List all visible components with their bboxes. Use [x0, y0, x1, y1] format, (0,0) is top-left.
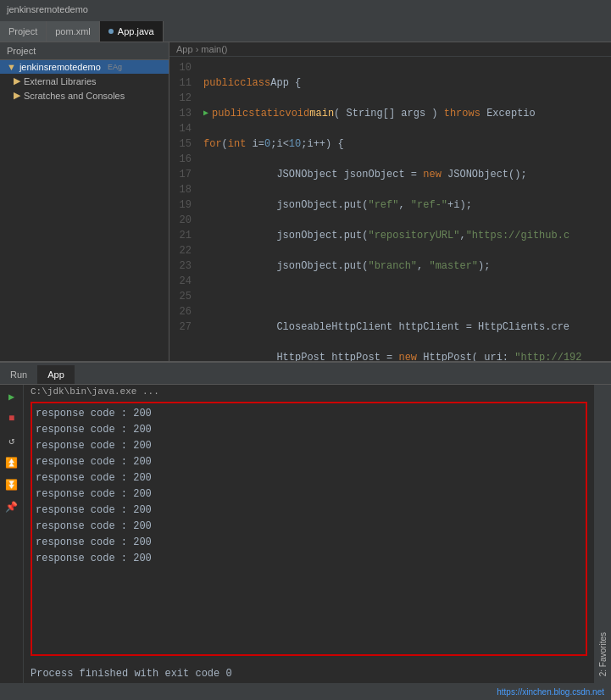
- folder-icon-scratches: ▶: [14, 90, 20, 101]
- tab-project[interactable]: Project: [0, 21, 47, 42]
- sidebar-item-external-libraries[interactable]: ▶ External Libraries: [0, 74, 169, 88]
- output-line-4: response code : 200: [36, 455, 582, 469]
- sidebar-header-label: Project: [7, 46, 36, 56]
- run-command: C:\jdk\bin\java.exe ...: [24, 385, 594, 398]
- output-line-3: response code : 200: [36, 439, 582, 453]
- sidebar-header: Project: [0, 42, 169, 60]
- code-line-15: jsonObject.put("repositoryURL","https://…: [203, 228, 604, 243]
- run-output: C:\jdk\bin\java.exe ... response code : …: [24, 385, 594, 683]
- bottom-panel: Run App ▶ ■ ↺ ⏫ ⏬ 📌 C:\jdk\bin\java.exe …: [0, 361, 611, 683]
- pin-button[interactable]: 📌: [3, 498, 20, 515]
- tab-run[interactable]: Run: [0, 365, 37, 384]
- code-line-16: jsonObject.put("branch", "master");: [203, 258, 604, 274]
- tab-project-label: Project: [8, 26, 37, 36]
- code-view[interactable]: 10 11 12 13 14 15 16 17 18 19 20 21 22 2…: [169, 57, 611, 361]
- tab-appjava[interactable]: App.java: [100, 21, 164, 42]
- tab-pomxml-label: pom.xml: [55, 26, 91, 36]
- output-area: response code : 200 response code : 200 …: [24, 398, 594, 664]
- code-line-12: for(int i=0;i<10;i++) {: [203, 136, 604, 152]
- favorites-tab[interactable]: 2: Favorites: [598, 632, 608, 676]
- project-label: jenkinsremotedemo: [19, 62, 101, 72]
- bottom-content: ▶ ■ ↺ ⏫ ⏬ 📌 C:\jdk\bin\java.exe ... resp…: [0, 385, 611, 683]
- output-box: response code : 200 response code : 200 …: [31, 402, 587, 656]
- output-line-10: response code : 200: [36, 552, 582, 566]
- tab-appjava-label: App.java: [118, 26, 154, 36]
- code-line-18: CloseableHttpClient httpClient = HttpCli…: [203, 319, 604, 335]
- status-url: https://xinchen.blog.csdn.net: [497, 687, 604, 697]
- main-area: Project ▼ jenkinsremotedemo EAg ▶ Extern…: [0, 42, 611, 361]
- run-controls: ▶ ■ ↺ ⏫ ⏬ 📌: [0, 385, 24, 683]
- tab-app-label: App: [47, 369, 64, 380]
- line-numbers: 10 11 12 13 14 15 16 17 18 19 20 21 22 2…: [169, 57, 197, 361]
- app-title: jenkinsremotedemo: [7, 4, 88, 14]
- tab-bar: Project pom.xml App.java: [0, 19, 611, 42]
- sidebar: Project ▼ jenkinsremotedemo EAg ▶ Extern…: [0, 42, 169, 361]
- project-tag: EAg: [108, 63, 122, 71]
- output-line-5: response code : 200: [36, 471, 582, 486]
- code-line-14: jsonObject.put("ref", "ref-"+i);: [203, 197, 604, 213]
- code-line-19: HttpPost httpPost = new HttpPost( uri: "…: [203, 350, 604, 361]
- vertical-tabs-panel: 2: Favorites: [594, 385, 611, 683]
- code-line-13: JSONObject jsonObject = new JSONObject()…: [203, 167, 604, 182]
- tab-app[interactable]: App: [37, 365, 75, 384]
- code-line-17: [203, 289, 604, 304]
- stop-button[interactable]: ■: [3, 410, 20, 427]
- output-line-6: response code : 200: [36, 487, 582, 502]
- run-button[interactable]: ▶: [3, 388, 20, 405]
- external-libraries-label: External Libraries: [24, 76, 97, 86]
- output-line-7: response code : 200: [36, 503, 582, 518]
- code-content[interactable]: public class App { ▶ public static void …: [197, 57, 611, 361]
- tab-pomxml[interactable]: pom.xml: [47, 21, 100, 42]
- sidebar-item-project[interactable]: ▼ jenkinsremotedemo EAg: [0, 60, 169, 74]
- scratches-label: Scratches and Consoles: [24, 91, 125, 101]
- scroll-up-button[interactable]: ⏫: [3, 454, 20, 471]
- breadcrumb: App › main(): [169, 42, 611, 57]
- output-line-2: response code : 200: [36, 423, 582, 437]
- folder-icon-ext: ▶: [14, 75, 20, 86]
- output-line-1: response code : 200: [36, 407, 582, 421]
- editor-area: App › main() 10 11 12 13 14 15 16 17 18 …: [169, 42, 611, 361]
- tab-active-indicator: [108, 29, 114, 34]
- title-bar: jenkinsremotedemo: [0, 0, 611, 19]
- output-line-8: response code : 200: [36, 519, 582, 534]
- bottom-tabs: Run App: [0, 363, 611, 385]
- process-status: Process finished with exit code 0: [24, 664, 594, 683]
- folder-icon: ▼: [7, 62, 16, 72]
- code-line-11: ▶ public static void main( String[] args…: [203, 106, 604, 121]
- output-line-9: response code : 200: [36, 536, 582, 550]
- sidebar-item-scratches[interactable]: ▶ Scratches and Consoles: [0, 88, 169, 103]
- rerun-button[interactable]: ↺: [3, 432, 20, 449]
- status-bar: https://xinchen.blog.csdn.net: [0, 683, 611, 700]
- scroll-end-button[interactable]: ⏬: [3, 476, 20, 493]
- run-arrow: ▶: [203, 106, 208, 121]
- code-line-10: public class App {: [203, 75, 604, 91]
- tab-run-label: Run: [10, 369, 27, 380]
